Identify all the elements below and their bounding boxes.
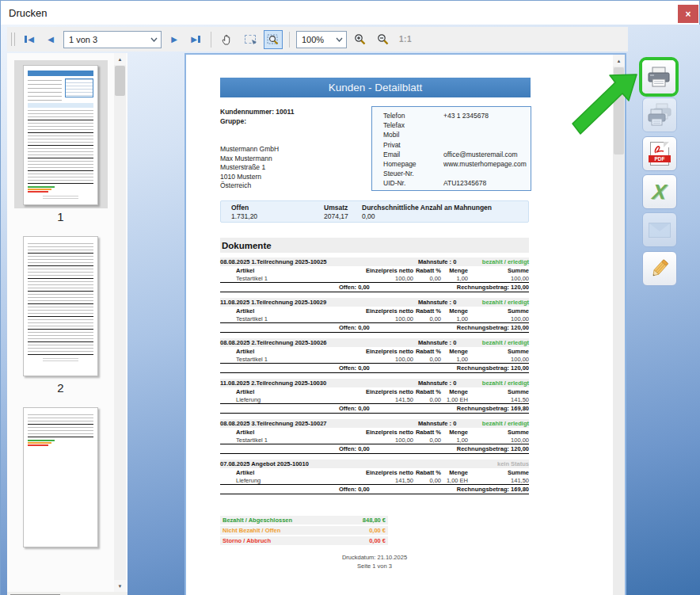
close-button[interactable]: × xyxy=(678,5,698,23)
sidebar-scroll-thumb[interactable] xyxy=(115,66,125,96)
dialog-body: ◀ ◀ 1 von 3 ▶ ▶ xyxy=(1,25,700,595)
status-badge: bezahlt / erledigt xyxy=(474,258,529,265)
last-page-icon xyxy=(198,36,200,43)
arrow-annotation xyxy=(572,63,640,139)
print-date: Druckdatum: 21.10.2025 xyxy=(220,553,529,562)
address-line: Mustermann GmbH xyxy=(220,145,363,154)
thumbnail-page-3[interactable] xyxy=(14,402,108,551)
edit-button[interactable] xyxy=(642,251,677,286)
doc-amount: Rechnungsbetrag: 169,80 xyxy=(457,486,529,493)
summary-value: 0,00 xyxy=(362,212,492,221)
total-value: 0,00 € xyxy=(369,527,386,534)
page-select-value: 1 von 3 xyxy=(64,35,147,44)
doc-mahnstufe: Mahnstufe : 0 xyxy=(418,380,474,387)
col-artikel: Artikel xyxy=(220,267,358,274)
contact-value: office@musteremail.com xyxy=(443,151,518,160)
address-line: 1010 Mustern xyxy=(220,173,363,182)
total-value: 848,80 € xyxy=(363,517,386,524)
item-total: 141,50 xyxy=(468,396,529,403)
col-summe: Summe xyxy=(468,348,529,355)
previous-page-button[interactable]: ◀ xyxy=(42,30,59,49)
export-pdf-button[interactable]: PDF xyxy=(642,136,677,171)
col-artikel: Artikel xyxy=(220,348,358,355)
col-artikel: Artikel xyxy=(220,469,358,476)
col-rabatt: Rabatt % xyxy=(413,348,441,355)
contact-value: ATU12345678 xyxy=(443,179,486,189)
zoom-select-value: 100% xyxy=(297,35,333,44)
totals-block: Bezahlt / Abgeschlossen 848,80 € Nicht B… xyxy=(220,516,388,547)
col-menge: Menge xyxy=(441,429,468,436)
contact-label: Mobil xyxy=(383,131,443,140)
thumbnail-page-2[interactable] xyxy=(14,231,108,380)
toolbar: ◀ ◀ 1 von 3 ▶ ▶ xyxy=(7,27,628,51)
select-tool-button[interactable] xyxy=(241,30,260,49)
summary-value: 1.731,20 xyxy=(231,212,257,221)
total-label: Nicht Bezahlt / Offen xyxy=(223,527,280,534)
address-line: Musterstraße 1 xyxy=(220,163,363,173)
highlight-annotation xyxy=(639,57,679,97)
item-total: 100,00 xyxy=(468,315,529,322)
item-name: Lieferung xyxy=(220,477,358,484)
pencil-icon xyxy=(649,257,671,280)
item-name: Testartikel 1 xyxy=(220,437,358,444)
actual-size-button[interactable]: 1:1 xyxy=(397,30,414,49)
contact-label: Steuer-Nr. xyxy=(383,170,443,179)
separator xyxy=(211,32,211,48)
status-badge: kein Status xyxy=(474,460,529,467)
print-button[interactable] xyxy=(642,60,675,93)
pan-tool-button[interactable] xyxy=(218,30,237,49)
item-qty: 1,00 xyxy=(441,315,468,322)
col-einzelpreis: Einzelpreis netto xyxy=(358,348,413,355)
next-page-button[interactable]: ▶ xyxy=(165,30,183,49)
thumbnail-image-2 xyxy=(23,236,98,376)
item-qty: 1,00 EH xyxy=(441,396,468,403)
item-price: 100,00 xyxy=(358,437,413,444)
summary-band: Offen 1.731,20 Umsatz 2074,17 Durchschni… xyxy=(220,200,529,223)
item-total: 141,50 xyxy=(468,477,529,484)
item-price: 141,50 xyxy=(358,396,413,403)
address-line: Max Mustermann xyxy=(220,154,363,164)
page-indicator: Seite 1 von 3 xyxy=(220,562,529,570)
doc-open: Offen: 0,00 xyxy=(339,486,370,493)
export-excel-button[interactable]: X xyxy=(642,174,677,209)
doc-open: Offen: 0,00 xyxy=(339,364,370,372)
contact-label: Email xyxy=(383,151,443,160)
col-rabatt: Rabatt % xyxy=(413,307,441,315)
report-title: Kunden - Detailblatt xyxy=(220,78,531,97)
contact-label: Privat xyxy=(383,141,443,151)
printer-icon xyxy=(647,67,671,88)
sidebar-scrollbar[interactable]: ▲ ▼ xyxy=(114,53,126,592)
send-email-button[interactable] xyxy=(642,212,677,247)
last-page-button[interactable]: ▶ xyxy=(187,30,204,49)
thumbnail-label-1: 1 xyxy=(7,210,114,223)
pdf-label: PDF xyxy=(649,155,671,162)
thumbnail-page-1[interactable] xyxy=(14,60,108,208)
first-page-button[interactable]: ◀ xyxy=(21,30,38,49)
zoom-select[interactable]: 100% xyxy=(296,31,347,48)
zoom-in-button[interactable] xyxy=(351,30,370,49)
doc-title: 08.08.2025 1.Teilrechnung 2025-10025 xyxy=(220,258,418,265)
zoom-out-button[interactable] xyxy=(374,30,393,49)
zoom-region-tool-button[interactable] xyxy=(264,30,283,49)
col-menge: Menge xyxy=(441,469,468,476)
email-icon xyxy=(649,223,671,238)
scroll-up-icon[interactable]: ▲ xyxy=(114,53,126,65)
contact-label: UID-Nr. xyxy=(383,179,443,189)
excel-icon: X xyxy=(652,181,668,202)
toolbar-gripper xyxy=(11,32,15,46)
doc-amount: Rechnungsbetrag: 120,00 xyxy=(457,364,529,372)
chevron-down-icon xyxy=(333,37,346,42)
doc-title: 07.08.2025 Angebot 2025-10010 xyxy=(220,460,418,467)
page-select[interactable]: 1 von 3 xyxy=(63,31,162,48)
documents-heading: Dokumente xyxy=(220,238,529,253)
scroll-down-icon[interactable]: ▼ xyxy=(114,580,126,592)
col-menge: Menge xyxy=(441,348,468,355)
print-multiple-button[interactable] xyxy=(642,97,677,132)
item-name: Testartikel 1 xyxy=(220,315,358,322)
item-discount: 0,00 xyxy=(413,356,441,363)
document-group: 08.08.2025 2.Teilrechnung 2025-10026 Mah… xyxy=(220,338,529,373)
document-group: 08.08.2025 3.Teilrechnung 2025-10027 Mah… xyxy=(220,419,529,454)
thumbnail-list: 1 2 xyxy=(7,53,114,592)
col-einzelpreis: Einzelpreis netto xyxy=(358,388,413,395)
doc-amount: Rechnungsbetrag: 169,80 xyxy=(457,405,529,412)
